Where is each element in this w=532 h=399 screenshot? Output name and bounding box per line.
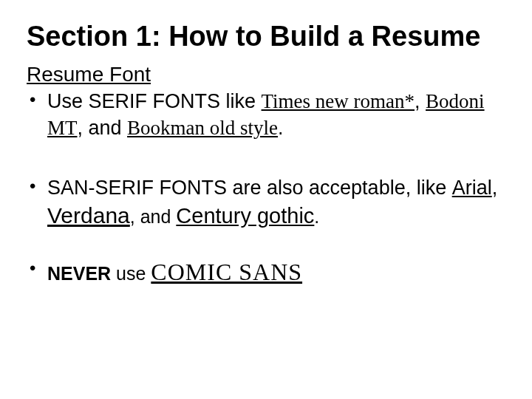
- text-period: .: [314, 206, 319, 227]
- font-comic-sans: COMIC SANS: [151, 259, 302, 285]
- text-like: like: [226, 90, 262, 112]
- font-bookman-old-style: Bookman old style: [127, 117, 278, 139]
- subheading-resume-font: Resume Font: [27, 63, 505, 86]
- text-comma: ,: [78, 117, 89, 139]
- font-arial: Arial: [452, 177, 492, 199]
- text-comma: ,: [492, 177, 498, 199]
- bullet-sans-serif-fonts: SAN-SERIF FONTS are also acceptable, lik…: [27, 174, 505, 231]
- font-century-gothic: Century gothic: [176, 204, 314, 228]
- text-lead: Use SERIF FONTS: [47, 90, 226, 112]
- text-comma: ,: [130, 206, 140, 227]
- text-and: and: [89, 117, 128, 139]
- font-verdana: Verdana: [47, 203, 130, 228]
- text-lead: SAN-SERIF FONTS are also acceptable, lik…: [47, 177, 452, 199]
- text-period: .: [278, 117, 284, 139]
- bullet-serif-fonts: Use SERIF FONTS like Times new roman*, B…: [27, 88, 505, 142]
- font-times-new-roman: Times new roman*: [262, 90, 415, 112]
- bullet-list: Use SERIF FONTS like Times new roman*, B…: [27, 88, 505, 288]
- text-use: use: [111, 263, 151, 284]
- bullet-never-comic-sans: NEVER use COMIC SANS: [27, 256, 505, 288]
- slide: Section 1: How to Build a Resume Resume …: [0, 0, 532, 328]
- text-and: and: [140, 206, 177, 227]
- text-comma: ,: [415, 90, 426, 112]
- text-never: NEVER: [47, 263, 111, 284]
- slide-title: Section 1: How to Build a Resume: [27, 21, 505, 52]
